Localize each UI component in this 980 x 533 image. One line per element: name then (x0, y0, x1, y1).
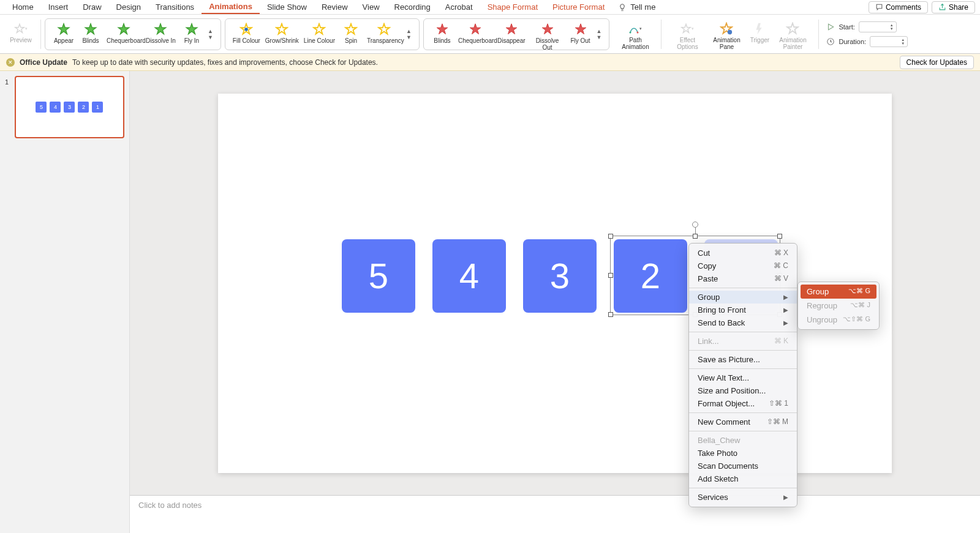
animation-painter-button[interactable]: Animation Painter (773, 21, 812, 51)
ctx-save-as-picture[interactable]: Save as Picture... (689, 353, 797, 366)
ctx-services[interactable]: Services▶ (689, 491, 797, 504)
tab-picture-format[interactable]: Picture Format (545, 1, 612, 13)
effect-chequerboard-out[interactable]: Chequerboard (456, 21, 495, 45)
timing-group: Start: ▲▼ Duration: ▲▼ (823, 21, 911, 47)
tab-recording[interactable]: Recording (387, 1, 438, 13)
effect-options-button[interactable]: ▾Effect Options (668, 21, 707, 51)
close-icon[interactable]: ✕ (6, 58, 15, 67)
ribbon: ▾ Preview Appear Blinds Chequerboard Dis… (0, 15, 980, 54)
tab-shape-format[interactable]: Shape Format (480, 1, 545, 13)
effect-disappear[interactable]: Disappear (495, 21, 528, 45)
path-animation-button[interactable]: ▾ Path Animation (616, 21, 655, 51)
effect-fill-colour[interactable]: Fill Colour (230, 21, 263, 45)
svg-point-3 (728, 29, 732, 34)
entrance-effects-group: Appear Blinds Chequerboard Dissolve In F… (45, 18, 221, 50)
ctx-scan-documents[interactable]: Scan Documents (689, 460, 797, 472)
effect-dissolve-in[interactable]: Dissolve In (143, 21, 178, 45)
tab-view[interactable]: View (355, 1, 387, 13)
effect-chequerboard[interactable]: Chequerboard (104, 21, 143, 45)
notif-title: Office Update (20, 58, 67, 67)
effect-appear[interactable]: Appear (50, 21, 77, 45)
trigger-button[interactable]: Trigger (746, 21, 773, 45)
tell-me-label: Tell me (630, 2, 655, 12)
tab-design[interactable]: Design (109, 1, 148, 13)
lightbulb-icon (618, 3, 627, 12)
effect-blinds[interactable]: Blinds (77, 21, 104, 45)
tab-acrobat[interactable]: Acrobat (438, 1, 480, 13)
star-green-icon (117, 23, 130, 36)
resize-handle[interactable] (608, 312, 613, 317)
comments-label: Comments (886, 3, 921, 12)
resize-handle[interactable] (608, 234, 613, 239)
ctx-bella-chew: Bella_Chew (689, 434, 797, 447)
effect-line-colour[interactable]: Line Colour (301, 21, 337, 45)
play-icon (826, 23, 835, 31)
clock-icon (826, 37, 835, 46)
ctx-paste[interactable]: Paste⌘ V (689, 272, 797, 285)
ctx-new-comment[interactable]: New Comment⇧⌘ M (689, 416, 797, 428)
ctx-view-alt-text[interactable]: View Alt Text... (689, 371, 797, 384)
share-icon (938, 3, 946, 11)
exit-more[interactable]: ▲▼ (594, 21, 605, 47)
star-yellow-icon (344, 23, 358, 36)
slide-canvas-area[interactable]: 5 4 3 2 Cut⌘ X Cop (130, 71, 980, 495)
check-updates-button[interactable]: Check for Updates (900, 56, 974, 69)
thumbnail-number: 1 (5, 76, 11, 138)
effect-grow-shrink[interactable]: Grow/Shrink (263, 21, 301, 45)
thumb-box: 1 (92, 102, 103, 113)
effect-fly-in[interactable]: Fly In (178, 21, 205, 45)
star-red-icon (574, 23, 587, 36)
pane-icon (720, 22, 733, 35)
slide-thumbnails-panel: 1 5 4 3 2 1 (0, 71, 130, 495)
comments-button[interactable]: Comments (869, 1, 928, 13)
ctx-group[interactable]: Group▶ (689, 291, 797, 304)
shape-box-3[interactable]: 3 (523, 239, 597, 313)
star-yellow-icon (275, 23, 288, 36)
tab-slideshow[interactable]: Slide Show (260, 1, 314, 13)
ctx-copy[interactable]: Copy⌘ C (689, 259, 797, 272)
submenu-regroup: Regroup⌥⌘ J (801, 299, 876, 313)
effect-transparency[interactable]: Transparency (364, 21, 404, 45)
ctx-take-photo[interactable]: Take Photo (689, 447, 797, 460)
emphasis-more[interactable]: ▲▼ (404, 21, 414, 47)
effect-fly-out[interactable]: Fly Out (567, 21, 594, 45)
tab-transitions[interactable]: Transitions (148, 1, 202, 13)
tab-draw[interactable]: Draw (75, 1, 108, 13)
submenu-group[interactable]: Group⌥⌘ G (801, 285, 876, 299)
start-input[interactable]: ▲▼ (859, 21, 897, 32)
ctx-bring-to-front[interactable]: Bring to Front▶ (689, 304, 797, 316)
shape-box-4[interactable]: 4 (432, 239, 506, 313)
tab-review[interactable]: Review (314, 1, 355, 13)
svg-point-2 (637, 31, 639, 33)
ctx-send-to-back[interactable]: Send to Back▶ (689, 316, 797, 329)
tab-insert[interactable]: Insert (41, 1, 76, 13)
entrance-more[interactable]: ▲▼ (205, 21, 216, 47)
tab-home[interactable]: Home (5, 1, 41, 13)
svg-point-1 (630, 31, 631, 33)
notes-pane[interactable]: Click to add notes (130, 495, 980, 533)
star-red-icon (435, 23, 449, 36)
share-button[interactable]: Share (932, 1, 975, 13)
resize-handle[interactable] (608, 273, 613, 278)
effect-spin[interactable]: Spin (337, 21, 364, 45)
ctx-format-object[interactable]: Format Object...⇧⌘ 1 (689, 397, 797, 410)
slide-thumbnail-1[interactable]: 5 4 3 2 1 (15, 76, 124, 138)
resize-handle[interactable] (777, 234, 782, 239)
effect-dissolve-out[interactable]: Dissolve Out (528, 21, 567, 52)
emphasis-effects-group: Fill Colour Grow/Shrink Line Colour Spin… (225, 18, 420, 50)
animation-pane-button[interactable]: Animation Pane (707, 21, 746, 51)
slide[interactable]: 5 4 3 2 Cut⌘ X Cop (218, 94, 892, 473)
ctx-add-sketch[interactable]: Add Sketch (689, 472, 797, 485)
rotate-handle[interactable] (692, 222, 698, 228)
preview-button[interactable]: ▾ Preview (7, 21, 34, 45)
tell-me[interactable]: Tell me (612, 2, 655, 12)
ctx-cut[interactable]: Cut⌘ X (689, 247, 797, 259)
effect-blinds-out[interactable]: Blinds (429, 21, 456, 45)
shape-box-5[interactable]: 5 (342, 239, 415, 313)
star-green-icon (84, 23, 97, 36)
preview-label: Preview (10, 37, 32, 43)
tab-animations[interactable]: Animations (202, 0, 260, 14)
resize-handle[interactable] (693, 234, 698, 239)
ctx-size-and-position[interactable]: Size and Position... (689, 384, 797, 397)
duration-input[interactable]: ▲▼ (870, 36, 908, 47)
